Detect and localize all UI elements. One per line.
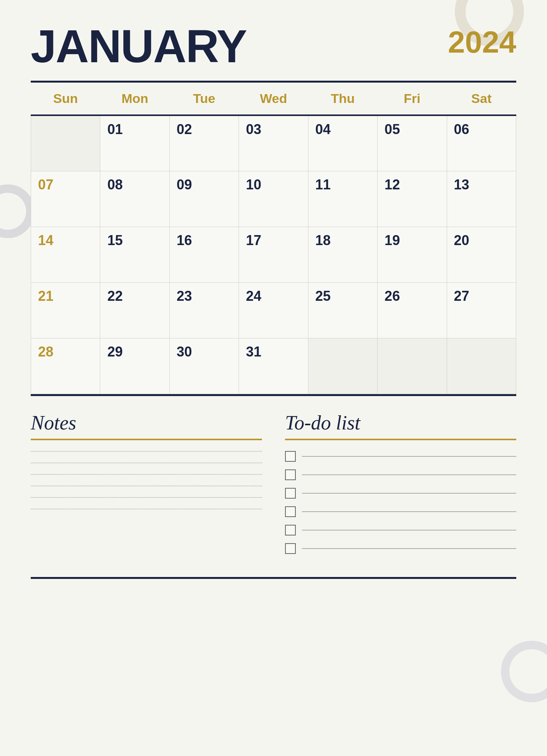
date-number-18: 18: [315, 232, 331, 248]
todo-checkbox-5[interactable]: [285, 525, 296, 536]
todo-underline: [285, 439, 516, 440]
notes-line-6: [31, 509, 262, 509]
notes-line-4: [31, 486, 262, 486]
calendar-cell-w3-d1: 14: [31, 227, 100, 282]
todo-line-1: [302, 456, 516, 457]
todo-item-6: [285, 543, 516, 554]
calendar-cell-w1-d7: 06: [447, 115, 516, 171]
date-number-26: 26: [385, 288, 400, 304]
year-title: 2024: [448, 23, 516, 58]
todo-line-6: [302, 548, 516, 549]
page: JANUARY 2024 Sun Mon Tue Wed Thu Fri Sat…: [0, 0, 547, 756]
todo-title: To-do list: [285, 411, 516, 434]
day-header-fri: Fri: [378, 83, 447, 115]
calendar-cell-w3-d3: 16: [169, 227, 239, 282]
calendar-cell-w5-d4: 31: [239, 338, 308, 394]
calendar-cell-w5-d6: [378, 338, 447, 394]
notes-underline: [31, 439, 262, 440]
calendar-cell-w1-d1: [31, 115, 100, 171]
notes-title: Notes: [31, 411, 262, 434]
calendar-cell-w5-d7: [447, 338, 516, 394]
date-number-02: 02: [177, 121, 192, 137]
date-number-24: 24: [246, 288, 261, 304]
date-number-10: 10: [246, 177, 261, 192]
calendar-week-5: 28293031: [31, 338, 516, 394]
calendar-cell-w3-d5: 18: [308, 227, 377, 282]
todo-line-2: [302, 474, 516, 475]
calendar-cell-w2-d2: 08: [100, 171, 169, 227]
calendar-cell-w1-d2: 01: [100, 115, 169, 171]
todo-checkbox-6[interactable]: [285, 543, 296, 554]
todo-section: To-do list: [285, 411, 516, 562]
date-number-31: 31: [246, 344, 261, 360]
bottom-border: [31, 394, 516, 396]
date-number-15: 15: [107, 232, 123, 248]
deco-circle-left: [0, 184, 35, 238]
day-header-thu: Thu: [308, 83, 377, 115]
todo-checkbox-4[interactable]: [285, 506, 296, 517]
date-number-27: 27: [454, 288, 469, 304]
date-number-04: 04: [315, 121, 331, 137]
date-number-29: 29: [107, 344, 123, 360]
date-number-01: 01: [107, 121, 123, 137]
calendar-table: Sun Mon Tue Wed Thu Fri Sat 010203040506…: [31, 83, 516, 394]
calendar-cell-w2-d1: 07: [31, 171, 100, 227]
notes-section: Notes: [31, 411, 262, 562]
todo-item-3: [285, 488, 516, 499]
calendar-cell-w3-d7: 20: [447, 227, 516, 282]
calendar-cell-w4-d4: 24: [239, 282, 308, 338]
date-number-08: 08: [107, 177, 123, 192]
calendar-cell-w1-d6: 05: [378, 115, 447, 171]
calendar-cell-w5-d3: 30: [169, 338, 239, 394]
date-number-25: 25: [315, 288, 331, 304]
todo-checkbox-2[interactable]: [285, 469, 296, 480]
date-number-20: 20: [454, 232, 469, 248]
calendar-week-1: 010203040506: [31, 115, 516, 171]
calendar-week-2: 07080910111213: [31, 171, 516, 227]
calendar-cell-w5-d2: 29: [100, 338, 169, 394]
date-number-06: 06: [454, 121, 469, 137]
calendar-cell-w3-d2: 15: [100, 227, 169, 282]
todo-checkbox-1[interactable]: [285, 451, 296, 462]
calendar-cell-w2-d5: 11: [308, 171, 377, 227]
date-number-19: 19: [385, 232, 400, 248]
todo-checkbox-3[interactable]: [285, 488, 296, 499]
notes-line-3: [31, 474, 262, 475]
calendar-body: 0102030405060708091011121314151617181920…: [31, 115, 516, 394]
deco-circle-bottom-right: [501, 641, 547, 702]
todo-item-2: [285, 469, 516, 480]
date-number-05: 05: [385, 121, 400, 137]
day-header-tue: Tue: [169, 83, 239, 115]
date-number-14: 14: [38, 232, 53, 248]
date-number-16: 16: [177, 232, 192, 248]
calendar-cell-w3-d6: 19: [378, 227, 447, 282]
notes-line-2: [31, 463, 262, 463]
date-number-28: 28: [38, 344, 53, 360]
header: JANUARY 2024: [31, 23, 516, 69]
calendar-cell-w2-d6: 12: [378, 171, 447, 227]
calendar-week-4: 21222324252627: [31, 282, 516, 338]
todo-line-5: [302, 530, 516, 531]
day-header-sat: Sat: [447, 83, 516, 115]
todo-line-3: [302, 493, 516, 494]
calendar-cell-w5-d5: [308, 338, 377, 394]
date-number-13: 13: [454, 177, 469, 192]
calendar-cell-w5-d1: 28: [31, 338, 100, 394]
calendar-week-3: 14151617181920: [31, 227, 516, 282]
todo-item-1: [285, 451, 516, 462]
notes-line-1: [31, 451, 262, 452]
date-number-12: 12: [385, 177, 400, 192]
calendar-cell-w1-d5: 04: [308, 115, 377, 171]
calendar-cell-w1-d4: 03: [239, 115, 308, 171]
calendar-cell-w2-d3: 09: [169, 171, 239, 227]
calendar-container: Sun Mon Tue Wed Thu Fri Sat 010203040506…: [31, 83, 516, 394]
date-number-22: 22: [107, 288, 123, 304]
date-number-21: 21: [38, 288, 53, 304]
date-number-03: 03: [246, 121, 261, 137]
bottom-section: Notes To-do list: [31, 411, 516, 562]
date-number-17: 17: [246, 232, 261, 248]
calendar-cell-w4-d1: 21: [31, 282, 100, 338]
final-border: [31, 577, 516, 579]
calendar-cell-w1-d3: 02: [169, 115, 239, 171]
calendar-cell-w4-d3: 23: [169, 282, 239, 338]
